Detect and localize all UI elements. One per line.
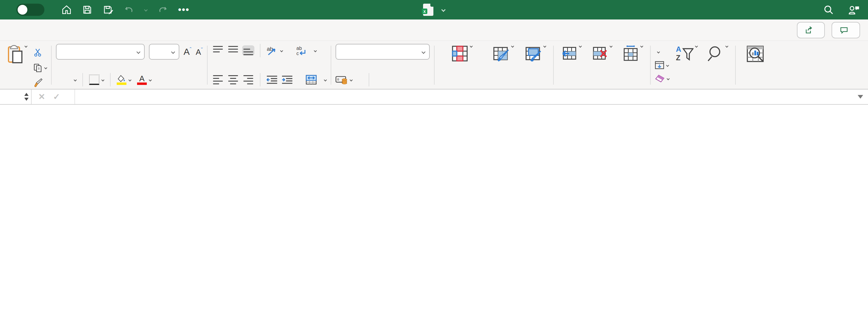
title-chevron-icon[interactable] (441, 8, 445, 12)
cell-styles-icon (525, 45, 542, 62)
font-group: Aˆ Aˇ A (55, 43, 204, 87)
wrap-text-icon: ab c (296, 45, 307, 56)
format-painter-icon (33, 78, 43, 88)
sort-filter-button[interactable]: A Z (672, 44, 701, 86)
more-commands-icon[interactable]: ••• (178, 5, 190, 15)
orientation-icon: ab (266, 45, 278, 56)
sort-filter-icon: A Z (675, 45, 693, 62)
svg-text:c: c (297, 51, 299, 56)
borders-button[interactable] (89, 75, 104, 85)
svg-text:ab: ab (297, 46, 302, 51)
alignment-group: ab ab c (211, 43, 328, 87)
eraser-icon (655, 74, 665, 83)
share-presence-icon[interactable] (847, 4, 860, 16)
ribbon: Aˆ Aˇ A (0, 41, 868, 89)
sort-filter-chevron-icon (695, 45, 698, 48)
share-button[interactable] (797, 22, 825, 38)
analysis-group (739, 43, 772, 87)
autosum-chevron-icon (657, 50, 660, 53)
fill-color-button[interactable] (117, 75, 131, 85)
cut-button[interactable] (33, 46, 47, 59)
copy-button[interactable] (33, 61, 47, 74)
align-left-button[interactable] (212, 75, 224, 85)
comments-button[interactable] (832, 22, 860, 38)
increase-indent-button[interactable] (281, 75, 293, 85)
find-select-icon (707, 45, 724, 62)
font-size-chevron-icon (171, 50, 175, 54)
cell-styles-chevron-icon (543, 45, 546, 48)
search-icon[interactable] (823, 4, 834, 15)
increase-font-size-button[interactable]: Aˆ (184, 47, 191, 57)
find-select-chevron-icon (725, 45, 728, 48)
formula-input[interactable] (74, 89, 858, 104)
font-color-button[interactable]: A (137, 75, 151, 85)
name-box-stepper[interactable] (24, 93, 29, 101)
redo-icon[interactable] (157, 5, 168, 15)
autosum-button[interactable] (655, 45, 669, 58)
underline-chevron-icon[interactable] (74, 78, 77, 81)
name-box[interactable] (0, 89, 32, 104)
number-format-select[interactable] (336, 44, 430, 60)
font-name-select[interactable] (56, 44, 145, 60)
confirm-entry-icon[interactable]: ✓ (53, 92, 60, 102)
stepper-up-icon[interactable] (24, 93, 29, 96)
align-top-button[interactable] (212, 45, 224, 56)
save-icon[interactable] (82, 5, 92, 15)
align-center-button[interactable] (227, 75, 239, 85)
insert-cells-icon (561, 45, 578, 61)
format-cells-button[interactable] (619, 44, 646, 86)
paste-chevron-icon[interactable] (25, 45, 28, 48)
wrap-text-button[interactable]: ab c (296, 45, 316, 56)
cut-icon (33, 48, 42, 57)
stepper-down-icon[interactable] (24, 98, 29, 101)
align-middle-button[interactable] (227, 45, 239, 56)
cancel-entry-icon[interactable]: ✕ (38, 92, 45, 102)
borders-chevron-icon (101, 78, 104, 81)
merge-centre-icon (305, 75, 317, 85)
fill-down-icon (655, 61, 664, 69)
orientation-button[interactable]: ab (266, 45, 283, 56)
format-as-table-button[interactable] (486, 44, 520, 86)
fill-button[interactable] (655, 58, 669, 72)
clear-chevron-icon (667, 77, 670, 80)
autosave-toggle[interactable] (17, 4, 44, 16)
find-select-button[interactable] (704, 44, 731, 86)
format-cells-icon (622, 45, 639, 63)
formula-bar-collapse-icon[interactable] (858, 95, 863, 99)
format-painter-button[interactable] (33, 76, 47, 89)
font-color-icon: A (137, 75, 147, 85)
copy-chevron-icon[interactable] (44, 66, 48, 69)
font-color-chevron-icon (149, 78, 152, 81)
styles-group (438, 43, 550, 87)
format-as-table-icon (493, 45, 510, 62)
borders-icon (89, 75, 99, 85)
accounting-format-button[interactable]: ¤ (336, 75, 352, 85)
decrease-font-size-button[interactable]: Aˇ (196, 47, 203, 57)
merge-centre-button[interactable] (305, 75, 327, 85)
orientation-chevron-icon (280, 49, 283, 52)
accounting-chevron-icon (350, 78, 353, 81)
insert-cells-button[interactable] (558, 44, 584, 86)
save-as-icon[interactable] (103, 5, 114, 15)
undo-chevron-icon[interactable] (144, 8, 147, 11)
home-icon[interactable] (61, 5, 72, 15)
fill-color-chevron-icon (129, 78, 132, 81)
delete-cells-button[interactable] (589, 44, 615, 86)
font-size-select[interactable] (149, 44, 179, 60)
analyse-data-button[interactable] (740, 44, 770, 86)
conditional-formatting-button[interactable] (439, 44, 485, 86)
paste-button[interactable] (4, 44, 30, 67)
align-bottom-button[interactable] (242, 45, 254, 56)
undo-icon[interactable] (124, 5, 134, 15)
delete-cells-icon (592, 45, 608, 61)
workbook-icon: x (423, 4, 433, 16)
cell-styles-button[interactable] (522, 44, 549, 86)
clear-button[interactable] (655, 72, 669, 85)
fill-chevron-icon (666, 64, 669, 67)
format-as-table-chevron-icon (511, 45, 514, 48)
decrease-indent-button[interactable] (266, 75, 278, 85)
number-format-chevron-icon (422, 50, 426, 54)
align-right-button[interactable] (242, 75, 254, 85)
paste-icon (7, 45, 23, 64)
cells-group (557, 43, 647, 87)
